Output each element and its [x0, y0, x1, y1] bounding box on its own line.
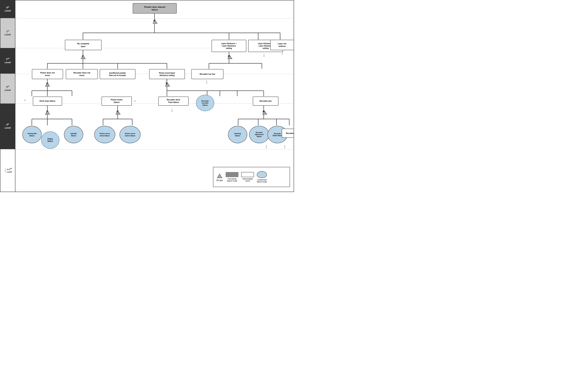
recoater-too-low-node: Recoater too low [191, 69, 223, 79]
dots-level3-left: ·· [24, 98, 26, 102]
dots-recoater-drive: ⋮ [170, 108, 174, 113]
h-line-1 [15, 18, 294, 19]
legend-component-label: Componentfailure mode [257, 179, 267, 183]
legend-intermediate-item: Intermediateevent [241, 172, 254, 182]
timing-belt-node: Timing beltfailure [22, 126, 42, 143]
piston-motor-or-gate [115, 110, 121, 115]
dots-level4-right: ⋮ [265, 145, 268, 149]
piston-drive-node: Piston servedrive failure [94, 126, 115, 143]
legend-or-gate-label: OR gate [216, 179, 223, 181]
level-2-label: 2ndLevel [0, 48, 15, 74]
dots-lt-more: ⋮ [262, 53, 266, 57]
main-container: 0thLevel 1stLevel 2ndLevel 3rdLevel 4thL… [0, 0, 294, 192]
recoater-adj-node: Recoateradjustmentfailure [249, 126, 269, 143]
bearing-node: Bearingfailure [228, 126, 247, 143]
dots-ln-uniform: ⋮ [281, 51, 284, 55]
legend-component-item: Componentfailure mode [257, 171, 267, 183]
level-3-label: 3rdLevel [0, 74, 15, 103]
piston-or-gate [44, 82, 50, 87]
piston-not-move-node: Piston does notmove [32, 69, 63, 79]
piston-setting-or-gate [165, 82, 170, 87]
legend-functional-icon [226, 172, 238, 177]
legend-functional-label: Functionalfailure mode [227, 178, 237, 182]
legend-intermediate-label: Intermediateevent [243, 178, 253, 182]
level-labels: 0thLevel 1stLevel 2ndLevel 3rdLevel 4thL… [0, 0, 15, 192]
legend-intermediate-icon [241, 172, 254, 177]
drive-train-node: Drive train failure [33, 97, 62, 106]
level-0-label: 0thLevel [0, 0, 15, 18]
recoater-jam-or-gate [262, 110, 268, 115]
connector-svg [15, 0, 294, 192]
pulley-node: Pulleyfailure [41, 131, 59, 149]
legend-or-gate-item: OR gate [216, 173, 223, 181]
legend: OR gate Functionalfailure mode Intermedi… [213, 167, 290, 187]
spindle-node: Spindlefailure [64, 126, 83, 143]
recoater-jam-node: Recoater jam [253, 97, 278, 106]
insuff-powder-node: Insufficient powderflow out of recoater [100, 69, 135, 79]
legend-functional-item: Functionalfailure mode [226, 172, 238, 182]
piston-motor-node: Piston motorfailure [102, 97, 132, 106]
level-1-label: 1stLevel [0, 18, 15, 48]
layer-not-uniform-node: Layer notuniform [270, 40, 294, 50]
recoater-encoder-node: Recoaterencoderfailure [196, 95, 214, 111]
legend-component-icon [257, 171, 267, 178]
level-4-label: 4thLevel [0, 103, 15, 149]
dots-level4-right2: ⋮ [283, 145, 286, 149]
recoater-drive-train-node: Recoater driveTrain failure [158, 97, 189, 106]
layer-thick-or-gate [227, 54, 233, 60]
dots-level3-mid: ·· [134, 99, 136, 103]
diagram-area: Powder layer depositfailure No completel… [15, 0, 294, 192]
recoater-not-move-node: Recoater does notmove [66, 69, 98, 79]
recoater-blocked-node: Recoater blocked [282, 129, 294, 138]
layer-thick-less-node: Layer thickness <Layer thicknesssetting [211, 40, 246, 52]
legend-or-gate-icon [216, 173, 223, 179]
no-complete-or-gate [80, 54, 86, 60]
root-node: Powder layer depositfailure [133, 3, 177, 14]
no-complete-layer-node: No completelayer [65, 40, 102, 50]
level-n-label: ⋮n+1thLevel [0, 149, 15, 192]
root-or-gate [152, 19, 158, 24]
dots-recoater-low: ⋮ [205, 80, 209, 84]
piston-less-setting-node: Piston move<layerthickness setting [149, 69, 185, 79]
drive-train-or-gate [44, 110, 50, 115]
piston-motor-fail-node: Piston servemotor failure [120, 126, 141, 143]
